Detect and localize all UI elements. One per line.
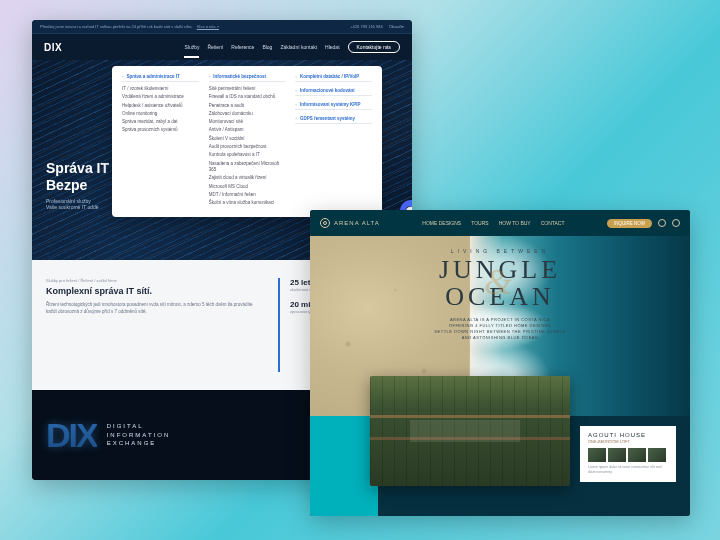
phone-number[interactable]: +420 733 116 984 [350,24,382,29]
mega-item[interactable]: Správa mezidat, zabyl a dat [122,118,199,126]
main-nav: DIX Služby Řešení Reference Blog Základn… [32,34,412,60]
nav-item-tours[interactable]: TOURS [471,220,488,226]
mega-item[interactable]: Penetrace a audit [209,102,286,110]
mega-col-3-link[interactable]: ◦Informacionové kodování [295,88,372,96]
mega-item[interactable]: Správa provozních systémů [122,126,199,134]
circle-icon: ◦ [209,74,211,79]
circle-icon: ◦ [295,88,297,93]
nav-item-search[interactable]: Hledat [325,44,339,50]
nav-item-kontakt[interactable]: Základní kontakt [280,44,317,50]
mega-item[interactable]: Firewall a IDS na standard obchů [209,93,286,101]
house-title: AGOUTI HOUSE [588,432,668,438]
mega-item[interactable]: Sítě perimetrální řešení [209,85,286,93]
thumbnail[interactable] [648,448,666,462]
nav-item-sluzby[interactable]: Služby [184,44,199,50]
hero-title: & JUNGLE OCEAN [434,256,565,311]
mega-col-3-link[interactable]: ◦GDPS řementant systémy [295,116,372,124]
mega-item[interactable]: Audit provozních bezpečnost [209,143,286,151]
contact-button[interactable]: Kontaktujte nás [348,41,400,53]
mega-col-3-link[interactable]: ◦Informisovaní systémy KPIP [295,102,372,110]
mega-item[interactable]: Online monitoring [122,110,199,118]
mega-item[interactable]: Antivir / Antispam [209,126,286,134]
section-text: Řízení technologických jedi mnohostora p… [46,302,264,316]
mega-col-3-link[interactable]: ◦Kompletní databác / IP/VoIP [295,74,372,82]
announcement-bar: Přinášej jsme inovaci a rozhod IT velkou… [32,20,412,34]
arena-logo[interactable]: ARENA ALTA [320,218,380,228]
house-info-card: AGOUTI HOUSE ONE-BEDROOM LOFT Lorem ipsu… [580,426,676,482]
mega-item[interactable]: IT / vzorek školensterní [122,85,199,93]
mega-item[interactable]: Nasadena a zabezpečení Microsoft 365 [209,160,286,175]
mega-menu: ◦Správa a administrace IT IT / vzorek šk… [112,66,382,217]
mega-col-1-head[interactable]: ◦Správa a administrace IT [122,74,199,82]
thumbnail[interactable] [608,448,626,462]
arena-nav-items: HOME DESIGNS TOURS HOW TO BUY CONTACT [422,220,564,226]
thumbnail[interactable] [588,448,606,462]
hero-subtitle: Profesionální služby Vaše soukromé IT od… [46,198,109,210]
arena-logo-text: ARENA ALTA [334,220,380,226]
arena-lower-section: AGOUTI HOUSE ONE-BEDROOM LOFT Lorem ipsu… [310,416,690,516]
nav-item-contact[interactable]: CONTACT [541,220,565,226]
house-description: Lorem ipsum dolor sit amet consectetur e… [588,465,668,474]
mega-col-2: ◦Informatické bezpečnost Sítě perimetrál… [209,74,286,207]
circle-icon: ◦ [122,74,124,79]
nav-item-how-to-buy[interactable]: HOW TO BUY [499,220,531,226]
mega-item[interactable]: Zálohovací domácnku [209,110,286,118]
mega-item[interactable]: Školení V sociální [209,135,286,143]
mega-item[interactable]: Zajistit cloud a virtualik řízení [209,174,286,182]
hero-title: Správa IT Bezpe [46,160,109,194]
mega-item[interactable]: Monitorovací sítě [209,118,286,126]
facebook-icon[interactable] [658,219,666,227]
mega-item[interactable]: Kontrola spolehavost a IT [209,151,286,159]
house-photo [370,376,570,486]
house-subtitle: ONE-BEDROOM LOFT [588,439,668,444]
nav-item-reseni[interactable]: Řešení [207,44,223,50]
thumbnail[interactable] [628,448,646,462]
mega-col-3: ◦Kompletní databác / IP/VoIP ◦Informacio… [295,74,372,207]
dix-logo[interactable]: DIX [44,42,62,53]
inquire-button[interactable]: INQUIRE NOW [607,219,652,228]
arena-nav: ARENA ALTA HOME DESIGNS TOURS HOW TO BUY… [310,210,690,236]
hero-overline: LIVING BETWEEN [434,248,565,254]
footer-tagline: DIGITAL INFORMATION EXCHANGE [107,422,171,447]
mega-item[interactable]: Helpdesk / asistence uživatelů [122,102,199,110]
announcement-text: Přinášej jsme inovaci a rozhod IT velkou… [40,24,193,29]
section-title: Komplexní správa IT sítí. [46,286,264,296]
nav-item-blog[interactable]: Blog [262,44,272,50]
mega-item[interactable]: Školní a vítna služba komunikaci [209,199,286,207]
nav-items: Služby Řešení Reference Blog Základní ko… [184,41,400,53]
instagram-icon[interactable] [672,219,680,227]
circle-icon: ◦ [295,102,297,107]
mega-col-1: ◦Správa a administrace IT IT / vzorek šk… [122,74,199,207]
dix-big-logo: DIX [46,416,97,455]
mega-item[interactable]: Microsoft MS Cloud [209,183,286,191]
thumbnails [588,448,668,462]
announcement-link[interactable]: Více o nás > [197,24,219,29]
hero-description: ARENA ALTA IS A PROJECT IN COSTA RICA OF… [434,317,565,341]
circle-icon: ◦ [295,74,297,79]
breadcrumb[interactable]: Služby pro řešení / Řešení / zaklid firm… [46,278,264,283]
mega-item[interactable]: Vzdálená řízení a administrace [122,93,199,101]
circle-icon: ◦ [295,116,297,121]
arena-website-preview: ARENA ALTA HOME DESIGNS TOURS HOW TO BUY… [310,210,690,516]
nav-item-home-designs[interactable]: HOME DESIGNS [422,220,461,226]
arena-logo-icon [320,218,330,228]
mega-col-2-head[interactable]: ◦Informatické bezpečnost [209,74,286,82]
nav-item-reference[interactable]: Reference [231,44,254,50]
ampersand-icon: & [484,264,516,302]
mega-item[interactable]: MDT / Informační řešen [209,191,286,199]
language-switch[interactable]: Obsaďte [389,24,404,29]
